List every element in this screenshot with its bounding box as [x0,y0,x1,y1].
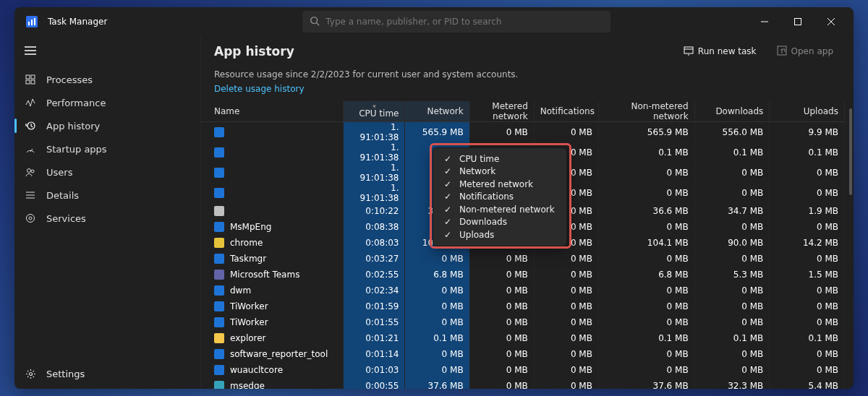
cell-cpu: 0:01:03 [344,362,405,378]
list-icon [25,189,36,201]
scroll-thumb[interactable] [849,108,852,195]
cell-notifications: 0 MB [534,314,598,330]
cell-notifications: 0 MB [534,362,598,378]
content-header: App history Run new task Open app [201,36,854,66]
process-icon [214,285,224,296]
grid-icon [25,74,36,85]
cell-downloads: 34.7 MB [694,203,770,219]
cell-nonmetered: 0 MB [598,362,694,378]
search-input[interactable] [326,17,603,27]
cell-downloads: 0 MB [694,163,770,183]
table-row[interactable]: Microsoft Teams0:02:556.8 MB0 MB0 MB6.8 … [201,267,845,283]
cell-notifications: 0 MB [534,330,598,346]
cell-downloads: 0 MB [694,346,770,362]
cell-network: 0 MB [405,298,469,314]
table-row[interactable]: TiWorker0:01:590 MB0 MB0 MB0 MB0 MB0 MB [201,298,845,314]
svg-point-4 [311,17,318,23]
svg-point-26 [29,372,32,375]
svg-line-5 [317,22,320,25]
col-downloads[interactable]: Downloads [694,101,770,122]
nav-label: Details [46,190,79,201]
process-icon [214,127,224,137]
nav-details[interactable]: Details [14,184,200,207]
nav-app-history[interactable]: App history [14,114,200,137]
check-icon: ✓ [443,230,452,240]
table-row[interactable]: 1. 91:01:38565.9 MB0 MB0 MB565.9 MB556.0… [201,122,845,143]
ctx-menu-label: Network [459,166,495,176]
cell-downloads: 0 MB [694,314,770,330]
open-app-label: Open app [791,46,833,56]
ctx-menu-item[interactable]: ✓Non-metered network [433,203,566,216]
cell-network: 0 MB [405,362,469,378]
process-icon [214,188,224,198]
process-icon [214,206,224,216]
cell-downloads: 0 MB [694,362,770,378]
cell-nonmetered: 0.1 MB [598,142,694,163]
minimize-button[interactable] [748,11,781,33]
usage-description: Resource usage since 2/2/2023 for curren… [201,66,854,81]
nav-settings[interactable]: Settings [14,358,200,389]
maximize-button[interactable] [781,11,814,33]
cell-notifications: 0 MB [534,267,598,283]
ctx-menu-item[interactable]: ✓Notifications [433,191,566,204]
table-row[interactable]: msedge0:00:5537.6 MB0 MB0 MB37.6 MB32.3 … [201,378,845,389]
process-icon [214,238,224,248]
col-name[interactable]: Name [201,101,344,122]
col-notifications[interactable]: Notifications [534,101,598,122]
table-row[interactable]: dwm0:02:340 MB0 MB0 MB0 MB0 MB0 MB [201,283,845,298]
delete-history-link[interactable]: Delete usage history [214,84,305,94]
process-icon [214,381,224,389]
open-app-button[interactable]: Open app [770,41,841,61]
table-row[interactable]: TiWorker0:01:550 MB0 MB0 MB0 MB0 MB0 MB [201,314,845,330]
nav-processes[interactable]: Processes [14,68,200,91]
col-metered[interactable]: Metered network [469,101,534,122]
col-nonmetered[interactable]: Non-metered network [598,101,694,122]
scrollbar[interactable] [846,101,852,389]
cell-network: 0 MB [405,283,469,298]
svg-point-25 [27,215,35,223]
search-box[interactable] [302,11,610,33]
nav-label: App history [46,121,100,132]
table-row[interactable]: explorer0:01:210.1 MB0 MB0 MB0.1 MB0.1 M… [201,330,845,346]
settings-icon [25,368,36,379]
cell-uploads: 0.1 MB [770,330,845,346]
nav-performance[interactable]: Performance [14,91,200,114]
cell-notifications: 0 MB [534,251,598,267]
process-icon [214,168,224,178]
table-row[interactable]: software_reporter_tool0:01:140 MB0 MB0 M… [201,346,845,362]
sidebar: Processes Performance App history Startu… [14,36,201,389]
cell-nonmetered: 104.1 MB [598,235,694,251]
process-icon [214,349,224,359]
ctx-menu-item[interactable]: ✓Network [433,165,566,178]
nav: Processes Performance App history Startu… [14,68,200,358]
table-row[interactable]: wuaucltcore0:01:030 MB0 MB0 MB0 MB0 MB0 … [201,362,845,378]
process-name: software_reporter_tool [230,349,328,359]
process-name: wuaucltcore [230,365,283,375]
cell-downloads: 556.0 MB [694,122,770,143]
cell-downloads: 32.3 MB [694,378,770,389]
col-network[interactable]: Network [405,101,469,122]
ctx-menu-item[interactable]: ✓Downloads [433,216,566,229]
ctx-menu-item[interactable]: ✓Uploads [433,228,566,241]
run-new-task-button[interactable]: Run new task [676,41,764,61]
table-row[interactable]: Taskmgr0:03:270 MB0 MB0 MB0 MB0 MB0 MB [201,251,845,267]
ctx-menu-item[interactable]: ✓Metered network [433,178,566,191]
col-uploads[interactable]: Uploads [770,101,845,122]
nav-users[interactable]: Users [14,160,200,184]
cell-nonmetered: 0 MB [598,346,694,362]
hamburger-button[interactable] [14,36,200,65]
cell-network: 0.1 MB [405,330,469,346]
settings-label: Settings [46,369,85,379]
col-cpu-time[interactable]: ▾CPU time [344,101,405,122]
svg-rect-3 [34,18,35,25]
nav-startup[interactable]: Startup apps [14,137,200,160]
open-app-icon [777,46,787,58]
cell-cpu: 0:01:21 [344,330,405,346]
process-name: explorer [230,333,266,343]
cell-network: 565.9 MB [405,122,469,143]
ctx-menu-item[interactable]: ✓CPU time [433,152,566,165]
nav-services[interactable]: Services [14,207,200,230]
cell-nonmetered: 0.1 MB [598,330,694,346]
close-button[interactable] [814,11,848,33]
svg-rect-2 [31,20,33,25]
